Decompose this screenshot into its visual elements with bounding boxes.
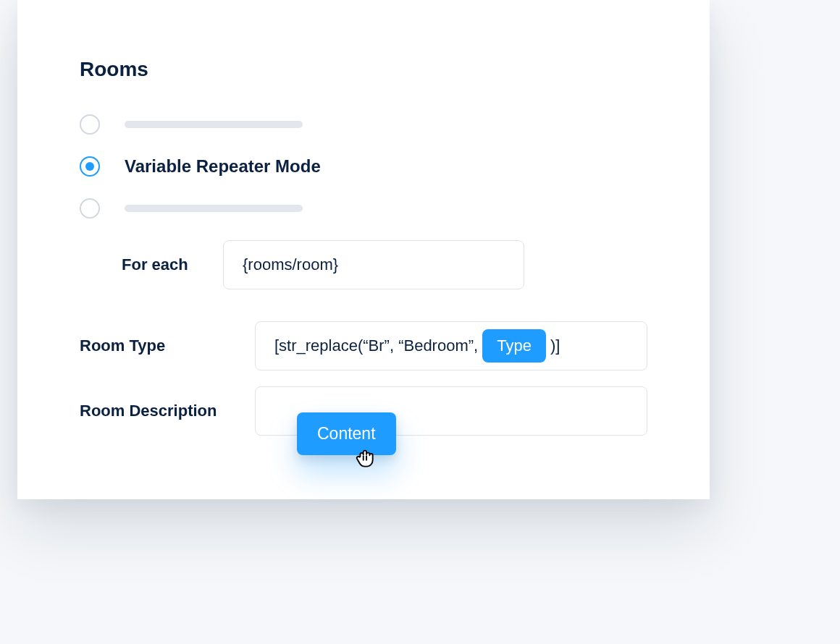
radio-icon — [80, 114, 100, 135]
radio-icon-selected — [80, 156, 100, 177]
settings-card: Rooms Variable Repeater Mode For each {r… — [17, 0, 710, 499]
radio-option-variable-repeater[interactable]: Variable Repeater Mode — [80, 156, 647, 177]
foreach-row: For each {rooms/room} — [122, 240, 647, 289]
room-type-expression: [str_replace(“Br”, “Bedroom”, Type )] — [274, 329, 560, 363]
section-title: Rooms — [80, 58, 647, 81]
room-type-label: Room Type — [80, 336, 255, 355]
room-description-label: Room Description — [80, 402, 255, 420]
foreach-label: For each — [122, 255, 201, 274]
radio-icon — [80, 198, 100, 219]
room-description-input[interactable]: Content — [255, 386, 647, 436]
expr-suffix: )] — [550, 336, 560, 355]
foreach-input[interactable]: {rooms/room} — [223, 240, 524, 289]
placeholder-label — [125, 121, 303, 128]
placeholder-label — [125, 205, 303, 212]
room-type-input[interactable]: [str_replace(“Br”, “Bedroom”, Type )] — [255, 321, 647, 370]
radio-label: Variable Repeater Mode — [125, 156, 321, 177]
type-chip[interactable]: Type — [482, 329, 546, 363]
room-type-row: Room Type [str_replace(“Br”, “Bedroom”, … — [80, 321, 647, 370]
foreach-value: {rooms/room} — [243, 255, 338, 274]
radio-option-1[interactable] — [80, 114, 647, 135]
content-drag-chip[interactable]: Content — [297, 412, 396, 455]
room-description-row: Room Description Content — [80, 386, 647, 436]
radio-option-3[interactable] — [80, 198, 647, 219]
expr-prefix: [str_replace(“Br”, “Bedroom”, — [274, 336, 478, 355]
